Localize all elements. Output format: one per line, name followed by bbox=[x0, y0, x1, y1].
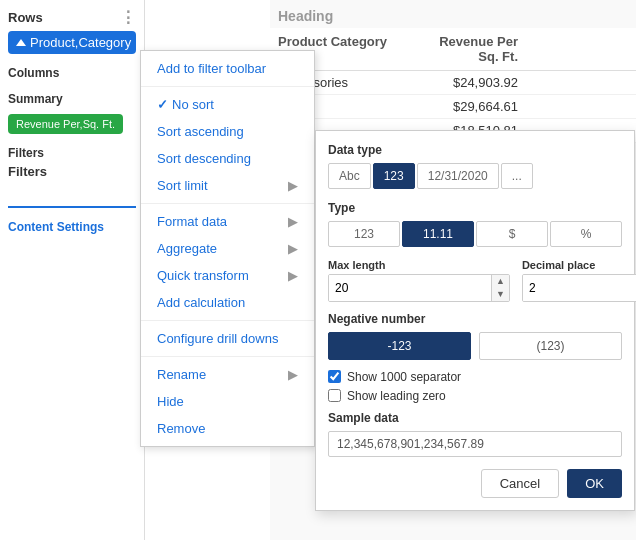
columns-section: Columns bbox=[8, 66, 136, 80]
max-length-label: Max length bbox=[328, 259, 510, 271]
type-123-button[interactable]: 123 bbox=[328, 221, 400, 247]
menu-sort-limit[interactable]: Sort limit ▶ bbox=[141, 172, 314, 199]
menu-remove[interactable]: Remove bbox=[141, 415, 314, 442]
dialog-footer: Cancel OK bbox=[328, 469, 622, 498]
type-decimal-button[interactable]: 11.11 bbox=[402, 221, 474, 247]
rows-dots-icon[interactable]: ⋮ bbox=[120, 8, 136, 27]
menu-configure-drill[interactable]: Configure drill downs bbox=[141, 325, 314, 352]
decimal-place-group: Decimal place ▲ ▼ bbox=[522, 259, 636, 302]
summary-section: Summary Revenue Per,Sq. Ft. bbox=[8, 92, 136, 134]
sample-data-value: 12,345,678,901,234,567.89 bbox=[328, 431, 622, 457]
show-leading-label: Show leading zero bbox=[347, 389, 446, 403]
table-row: Accessories $24,903.92 bbox=[270, 71, 636, 95]
dt-date-button[interactable]: 12/31/2020 bbox=[417, 163, 499, 189]
cancel-button[interactable]: Cancel bbox=[481, 469, 559, 498]
max-length-up[interactable]: ▲ bbox=[492, 275, 509, 288]
max-length-spinner-btns: ▲ ▼ bbox=[491, 275, 509, 301]
menu-format-data[interactable]: Format data ▶ bbox=[141, 208, 314, 235]
neg-minus-button[interactable]: -123 bbox=[328, 332, 471, 360]
type-buttons: 123 11.11 $ % bbox=[328, 221, 622, 247]
arrow-right-icon-3: ▶ bbox=[288, 241, 298, 256]
menu-hide[interactable]: Hide bbox=[141, 388, 314, 415]
max-length-input[interactable] bbox=[329, 275, 491, 301]
max-length-down[interactable]: ▼ bbox=[492, 288, 509, 301]
data-type-buttons: Abc 123 12/31/2020 ... bbox=[328, 163, 622, 189]
table-row: ler $29,664.61 bbox=[270, 95, 636, 119]
divider-2 bbox=[141, 203, 314, 204]
arrow-right-icon-4: ▶ bbox=[288, 268, 298, 283]
menu-rename[interactable]: Rename ▶ bbox=[141, 361, 314, 388]
neg-paren-button[interactable]: (123) bbox=[479, 332, 622, 360]
sort-up-icon bbox=[16, 39, 26, 46]
negative-label: Negative number bbox=[328, 312, 622, 326]
context-menu: Add to filter toolbar ✓No sort Sort asce… bbox=[140, 50, 315, 447]
filters-sub-label: Filters bbox=[8, 164, 136, 179]
arrow-right-icon-5: ▶ bbox=[288, 367, 298, 382]
content-settings-link[interactable]: Content Settings bbox=[8, 220, 136, 234]
rows-label: Rows bbox=[8, 10, 43, 25]
filters-text: Filters bbox=[8, 164, 47, 179]
arrow-right-icon: ▶ bbox=[288, 178, 298, 193]
table-header: Product Category Revenue Per Sq. Ft. bbox=[270, 28, 636, 71]
show-1000-row: Show 1000 separator bbox=[328, 370, 622, 384]
decimal-input[interactable] bbox=[523, 275, 636, 301]
summary-label: Summary bbox=[8, 92, 136, 106]
ok-button[interactable]: OK bbox=[567, 469, 622, 498]
dt-abc-button[interactable]: Abc bbox=[328, 163, 371, 189]
rows-section-header: Rows ⋮ bbox=[8, 8, 136, 27]
pill-text: Product,Category bbox=[30, 35, 131, 50]
menu-sort-descending[interactable]: Sort descending bbox=[141, 145, 314, 172]
arrow-right-icon-2: ▶ bbox=[288, 214, 298, 229]
filters-section: Filters Filters bbox=[8, 146, 136, 208]
length-decimal-row: Max length ▲ ▼ Decimal place ▲ ▼ bbox=[328, 259, 622, 302]
type-percent-button[interactable]: % bbox=[550, 221, 622, 247]
menu-add-filter[interactable]: Add to filter toolbar bbox=[141, 55, 314, 82]
product-category-pill[interactable]: Product,Category bbox=[8, 31, 136, 54]
max-length-group: Max length ▲ ▼ bbox=[328, 259, 510, 302]
decimal-place-label: Decimal place bbox=[522, 259, 636, 271]
cell-revenue-1: $24,903.92 bbox=[418, 75, 518, 90]
columns-label: Columns bbox=[8, 66, 136, 80]
menu-no-sort[interactable]: ✓No sort bbox=[141, 91, 314, 118]
show-leading-checkbox[interactable] bbox=[328, 389, 341, 402]
menu-sort-ascending[interactable]: Sort ascending bbox=[141, 118, 314, 145]
menu-aggregate[interactable]: Aggregate ▶ bbox=[141, 235, 314, 262]
filters-label: Filters bbox=[8, 146, 136, 160]
cell-revenue-2: $29,664.61 bbox=[418, 99, 518, 114]
divider-4 bbox=[141, 356, 314, 357]
col-revenue-header: Revenue Per Sq. Ft. bbox=[418, 34, 518, 64]
heading-label: Heading bbox=[270, 0, 636, 28]
show-leading-row: Show leading zero bbox=[328, 389, 622, 403]
summary-pill[interactable]: Revenue Per,Sq. Ft. bbox=[8, 114, 123, 134]
left-panel: Rows ⋮ Product,Category Columns Summary … bbox=[0, 0, 145, 540]
dt-123-button[interactable]: 123 bbox=[373, 163, 415, 189]
divider-1 bbox=[141, 86, 314, 87]
data-type-label: Data type bbox=[328, 143, 622, 157]
menu-quick-transform[interactable]: Quick transform ▶ bbox=[141, 262, 314, 289]
filters-input[interactable] bbox=[8, 187, 136, 208]
max-length-spinner: ▲ ▼ bbox=[328, 274, 510, 302]
dt-more-button[interactable]: ... bbox=[501, 163, 533, 189]
checkmark-icon: ✓ bbox=[157, 97, 168, 112]
type-label: Type bbox=[328, 201, 622, 215]
format-dialog: Data type Abc 123 12/31/2020 ... Type 12… bbox=[315, 130, 635, 511]
sample-data-label: Sample data bbox=[328, 411, 622, 425]
decimal-spinner: ▲ ▼ bbox=[522, 274, 636, 302]
show-1000-label: Show 1000 separator bbox=[347, 370, 461, 384]
divider-3 bbox=[141, 320, 314, 321]
show-1000-checkbox[interactable] bbox=[328, 370, 341, 383]
type-dollar-button[interactable]: $ bbox=[476, 221, 548, 247]
menu-add-calculation[interactable]: Add calculation bbox=[141, 289, 314, 316]
negative-buttons: -123 (123) bbox=[328, 332, 622, 360]
